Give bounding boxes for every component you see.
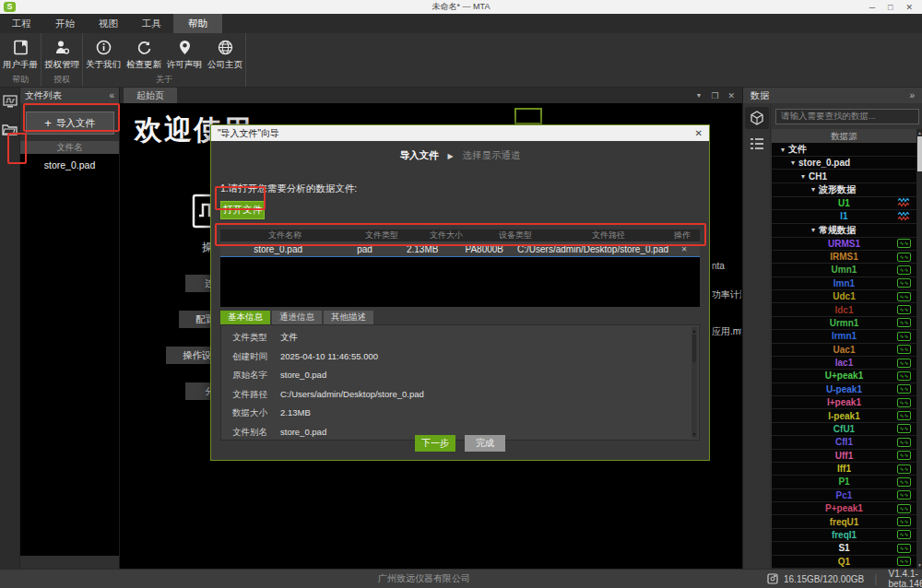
tree-scrollbar[interactable]: ▲ ▼ — [916, 129, 922, 569]
numeric-type-icon[interactable]: ∿∿ — [897, 305, 911, 314]
tree-leaf[interactable]: S1∿∿ — [772, 542, 916, 555]
tree-leaf[interactable]: Irmn1∿∿ — [772, 330, 916, 343]
collapse-left-icon[interactable]: « — [109, 90, 114, 100]
ribbon-button[interactable]: 许可声明 — [164, 33, 205, 74]
numeric-type-icon[interactable]: ∿∿ — [897, 318, 911, 327]
numeric-type-icon[interactable]: ∿∿ — [897, 438, 911, 447]
numeric-type-icon[interactable]: ∿∿ — [897, 332, 911, 341]
numeric-type-icon[interactable]: ∿∿ — [897, 292, 911, 301]
numeric-type-icon[interactable]: ∿∿ — [897, 477, 911, 487]
file-list-item[interactable]: store_0.pad — [20, 154, 119, 171]
menu-item-item[interactable]: 视图 — [87, 14, 130, 33]
waveform-type-icon[interactable] — [897, 198, 911, 208]
numeric-type-icon[interactable]: ∿∿ — [897, 490, 911, 500]
numeric-type-icon[interactable]: ∿∿ — [897, 411, 911, 420]
tree-leaf[interactable]: Iac1∿∿ — [772, 357, 916, 370]
tree-node[interactable]: ▾波形数据 — [772, 183, 916, 197]
maximize-button[interactable]: □ — [888, 3, 892, 12]
minimize-button[interactable]: ─ — [869, 3, 875, 12]
tree-leaf[interactable]: IRMS1∿∿ — [772, 251, 916, 264]
numeric-type-icon[interactable]: ∿∿ — [897, 544, 911, 553]
ribbon-button[interactable]: 用户手册 — [0, 33, 41, 74]
data-source-cube-icon[interactable] — [745, 107, 769, 129]
menu-item-active[interactable]: 帮助 — [173, 14, 222, 33]
tree-leaf[interactable]: I-peak1∿∿ — [772, 409, 916, 422]
menu-item-item[interactable]: 开始 — [43, 14, 87, 33]
tree-leaf[interactable]: Uac1∿∿ — [772, 344, 916, 357]
numeric-type-icon[interactable]: ∿∿ — [897, 265, 911, 275]
tree-leaf[interactable]: P+peak1∿∿ — [772, 502, 916, 515]
expand-arrow-icon[interactable]: ▾ — [811, 226, 815, 234]
tree-leaf[interactable]: CfU1∿∿ — [772, 423, 916, 436]
tree-node[interactable]: ▾CH1 — [772, 170, 916, 182]
numeric-type-icon[interactable]: ∿∿ — [897, 451, 911, 460]
numeric-type-icon[interactable]: ∿∿ — [897, 517, 911, 526]
channel-label: Uff1 — [835, 451, 853, 461]
numeric-type-icon[interactable]: ∿∿ — [897, 424, 911, 433]
tab-close-icon[interactable]: ✕ — [727, 91, 735, 100]
numeric-type-icon[interactable]: ∿∿ — [897, 359, 911, 368]
tree-leaf[interactable]: Q1∿∿ — [772, 556, 916, 569]
tree-leaf[interactable]: Udc1∿∿ — [772, 290, 916, 303]
numeric-type-icon[interactable]: ∿∿ — [897, 530, 911, 539]
finish-button[interactable]: 完成 — [465, 435, 505, 452]
waveform-type-icon[interactable] — [897, 211, 911, 221]
tree-leaf[interactable]: Iff1∿∿ — [772, 463, 916, 476]
waveform-monitor-icon[interactable] — [2, 93, 18, 110]
tree-leaf[interactable]: Pc1∿∿ — [772, 489, 916, 502]
numeric-type-icon[interactable]: ∿∿ — [897, 398, 911, 407]
expand-arrow-icon[interactable]: ▾ — [781, 146, 785, 154]
info-tab[interactable]: 其他描述 — [324, 311, 373, 324]
numeric-type-icon[interactable]: ∿∿ — [897, 239, 911, 248]
collapse-right-icon[interactable]: » — [909, 90, 915, 100]
tree-leaf[interactable]: U+peak1∿∿ — [772, 370, 916, 382]
tree-node[interactable]: ▾store_0.pad — [772, 157, 916, 170]
info-tab[interactable]: 通道信息 — [272, 311, 322, 324]
info-scrollbar[interactable]: ▲ ▼ — [692, 327, 697, 438]
dialog-close-icon[interactable]: ✕ — [695, 128, 703, 138]
expand-arrow-icon[interactable]: ▾ — [811, 185, 815, 194]
tree-node[interactable]: ▾常规数据 — [772, 224, 916, 238]
numeric-type-icon[interactable]: ∿∿ — [897, 384, 911, 394]
ribbon-button[interactable]: 授权管理 — [41, 33, 82, 74]
ribbon-button[interactable]: 检查更新 — [124, 33, 164, 74]
data-source-tree: ▾文件▾store_0.pad▾CH1▾波形数据U1I1▾常规数据URMS1∿∿… — [772, 143, 916, 569]
tab-float-icon[interactable]: ❐ — [711, 91, 718, 100]
ribbon-button[interactable]: 关于我们 — [83, 33, 124, 74]
tree-leaf[interactable]: URMS1∿∿ — [772, 238, 916, 251]
expand-arrow-icon[interactable]: ▾ — [791, 159, 795, 167]
tree-leaf[interactable]: Idc1∿∿ — [772, 303, 916, 316]
tab-dropdown-icon[interactable]: ▼ — [695, 92, 702, 99]
numeric-type-icon[interactable]: ∿∿ — [897, 253, 911, 262]
ribbon-button[interactable]: 公司主页 — [205, 33, 245, 74]
tree-leaf[interactable]: Umn1∿∿ — [772, 264, 916, 276]
tree-leaf[interactable]: U1 — [772, 197, 916, 210]
tree-leaf[interactable]: Imn1∿∿ — [772, 277, 916, 290]
tree-leaf[interactable]: U-peak1∿∿ — [772, 383, 916, 396]
numeric-type-icon[interactable]: ∿∿ — [897, 504, 911, 513]
detail-row: 创建时间2025-04-10 11:46:55.000 — [232, 351, 686, 363]
numeric-type-icon[interactable]: ∿∿ — [897, 371, 911, 381]
next-step-button[interactable]: 下一步 — [415, 435, 455, 452]
tree-leaf[interactable]: CfI1∿∿ — [772, 436, 916, 449]
menu-item-item[interactable]: 工具 — [130, 14, 173, 33]
menu-item-item[interactable]: 工程 — [0, 14, 43, 33]
tree-leaf[interactable]: I+peak1∿∿ — [772, 396, 916, 409]
expand-arrow-icon[interactable]: ▾ — [801, 172, 805, 181]
tab-start-page[interactable]: 起始页 — [124, 88, 177, 103]
tree-leaf[interactable]: freqU1∿∿ — [772, 515, 916, 528]
numeric-type-icon[interactable]: ∿∿ — [897, 465, 911, 474]
close-button[interactable]: ✕ — [905, 3, 913, 12]
info-tab[interactable]: 基本信息 — [220, 311, 270, 324]
tree-leaf[interactable]: Uff1∿∿ — [772, 450, 916, 463]
tree-leaf[interactable]: freqI1∿∿ — [772, 529, 916, 542]
numeric-type-icon[interactable]: ∿∿ — [897, 557, 911, 566]
numeric-type-icon[interactable]: ∿∿ — [897, 278, 911, 288]
numeric-type-icon[interactable]: ∿∿ — [897, 345, 911, 354]
tree-leaf[interactable]: P1∿∿ — [772, 476, 916, 488]
tree-leaf[interactable]: Urmn1∿∿ — [772, 317, 916, 330]
tree-node[interactable]: ▾文件 — [772, 143, 916, 157]
tree-leaf[interactable]: I1 — [772, 210, 916, 223]
data-search-input[interactable]: 请输入需要查找的数据... — [775, 109, 919, 124]
data-list-icon[interactable] — [745, 133, 769, 155]
